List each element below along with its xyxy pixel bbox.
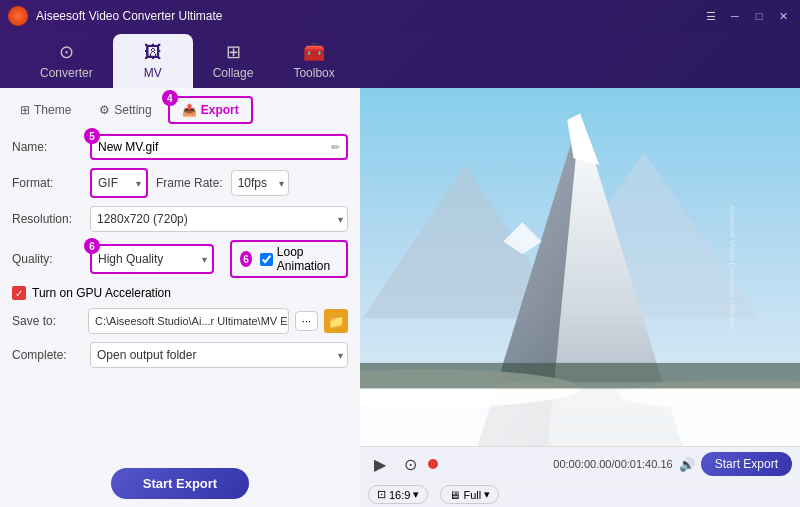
video-watermark: Aiseesoft Video Converter Ultimate — [727, 205, 736, 329]
step-5-badge: 5 — [84, 128, 100, 144]
save-path-display: C:\Aiseesoft Studio\Ai...r Ultimate\MV E… — [88, 308, 289, 334]
complete-label: Complete: — [12, 348, 82, 362]
save-row: Save to: C:\Aiseesoft Studio\Ai...r Ulti… — [12, 308, 348, 334]
mv-icon: 🖼 — [144, 42, 162, 63]
gear-icon: ⚙ — [99, 103, 110, 117]
start-export-button-right[interactable]: Start Export — [701, 452, 792, 476]
framerate-select[interactable]: 10fps 15fps 24fps — [231, 170, 289, 196]
theme-button[interactable]: ⊞ Theme — [8, 98, 83, 122]
format-row: Format: GIF MP4 MOV Frame Rate: 10fps 15… — [12, 168, 348, 198]
step-4-badge: 4 — [162, 90, 178, 106]
export-button[interactable]: 📤 Export — [168, 96, 253, 124]
minimize-icon[interactable]: ─ — [726, 7, 744, 25]
format-select[interactable]: GIF MP4 MOV — [92, 170, 146, 196]
resolution-select[interactable]: 1280x720 (720p) 1920x1080 (1080p) — [90, 206, 348, 232]
volume-icon[interactable]: 🔊 — [679, 457, 695, 472]
svg-rect-10 — [360, 363, 800, 389]
video-controls2: ⊡ 16:9 ▾ 🖥 Full ▾ — [360, 481, 800, 507]
maximize-icon[interactable]: □ — [750, 7, 768, 25]
framerate-label: Frame Rate: — [156, 176, 223, 190]
quality-select[interactable]: High Quality Medium Quality — [92, 246, 212, 272]
time-display: 00:00:00.00/00:01:40.16 — [444, 458, 673, 470]
window-controls: ☰ ─ □ ✕ — [702, 7, 792, 25]
aspect-ratio-arrow: ▾ — [413, 488, 419, 501]
step-6-badge-qual: 6 — [84, 238, 100, 254]
name-input-wrapper: ✏ — [90, 134, 348, 160]
aspect-ratio-icon: ⊡ — [377, 488, 386, 501]
format-label: Format: — [12, 176, 82, 190]
step-6-badge: 6 — [240, 251, 252, 267]
video-controls: ▶ ⊙ 00:00:00.00/00:01:40.16 🔊 Start Expo… — [360, 446, 800, 481]
collage-icon: ⊞ — [226, 41, 241, 63]
stop-button[interactable]: ⊙ — [398, 452, 422, 476]
tab-converter-label: Converter — [40, 66, 93, 80]
screen-mode-selector[interactable]: 🖥 Full ▾ — [440, 485, 499, 504]
tab-toolbox[interactable]: 🧰 Toolbox — [273, 33, 354, 88]
tab-collage-label: Collage — [213, 66, 254, 80]
browse-dots-button[interactable]: ··· — [295, 311, 318, 331]
save-label: Save to: — [12, 314, 82, 328]
gpu-label: Turn on GPU Acceleration — [32, 286, 171, 300]
complete-select[interactable]: Open output folder Do nothing — [90, 342, 348, 368]
app-title: Aiseesoft Video Converter Ultimate — [36, 9, 702, 23]
tab-mv-label: MV — [144, 66, 162, 80]
framerate-select-wrap: 10fps 15fps 24fps — [231, 170, 289, 196]
right-panel: Aiseesoft Video Converter Ultimate ▶ ⊙ 0… — [360, 88, 800, 507]
converter-icon: ⊙ — [59, 41, 74, 63]
resolution-select-wrap: 1280x720 (720p) 1920x1080 (1080p) — [90, 206, 348, 232]
name-row: Name: 5 ✏ — [12, 134, 348, 160]
record-indicator — [428, 459, 438, 469]
toolbox-icon: 🧰 — [303, 41, 325, 63]
export-icon: 📤 — [182, 103, 197, 117]
gpu-checkbox-icon: ✓ — [12, 286, 26, 300]
loop-animation-wrap: 6 Loop Animation — [230, 240, 348, 278]
close-icon[interactable]: ✕ — [774, 7, 792, 25]
top-navigation: ⊙ Converter 🖼 MV ⊞ Collage 🧰 Toolbox — [0, 32, 800, 88]
tab-converter[interactable]: ⊙ Converter — [20, 33, 113, 88]
export-form: Name: 5 ✏ Format: GIF MP4 MOV — [0, 124, 360, 460]
quality-select-border: High Quality Medium Quality — [90, 244, 214, 274]
app-logo — [8, 6, 28, 26]
setting-button[interactable]: ⚙ Setting — [87, 98, 163, 122]
format-select-wrap: GIF MP4 MOV — [90, 168, 148, 198]
edit-icon[interactable]: ✏ — [331, 141, 340, 154]
video-preview: Aiseesoft Video Converter Ultimate — [360, 88, 800, 446]
screen-icon: 🖥 — [449, 489, 460, 501]
name-label: Name: — [12, 140, 82, 154]
resolution-row: Resolution: 1280x720 (720p) 1920x1080 (1… — [12, 206, 348, 232]
quality-label: Quality: — [12, 252, 82, 266]
loop-label: Loop Animation — [277, 245, 338, 273]
complete-select-wrap: Open output folder Do nothing — [90, 342, 348, 368]
loop-checkbox[interactable] — [260, 253, 273, 266]
aspect-ratio-value: 16:9 — [389, 489, 410, 501]
menu-icon[interactable]: ☰ — [702, 7, 720, 25]
start-export-button-left[interactable]: Start Export — [111, 468, 249, 499]
main-content: ⊞ Theme ⚙ Setting 4 📤 Export Name: 5 — [0, 88, 800, 507]
gpu-row: ✓ Turn on GPU Acceleration — [12, 286, 348, 300]
quality-row: Quality: 6 High Quality Medium Quality 6… — [12, 240, 348, 278]
screen-mode-arrow: ▾ — [484, 488, 490, 501]
quality-select-wrap: 6 High Quality Medium Quality — [90, 244, 214, 274]
export-btn-wrap: 4 📤 Export — [168, 96, 253, 124]
tab-collage[interactable]: ⊞ Collage — [193, 33, 274, 88]
play-button[interactable]: ▶ — [368, 452, 392, 476]
save-folder-icon[interactable]: 📁 — [324, 309, 348, 333]
screen-mode-value: Full — [463, 489, 481, 501]
tab-mv[interactable]: 🖼 MV — [113, 34, 193, 88]
name-input[interactable] — [98, 140, 331, 154]
name-field-wrap: 5 ✏ — [90, 134, 348, 160]
complete-row: Complete: Open output folder Do nothing — [12, 342, 348, 368]
titlebar: Aiseesoft Video Converter Ultimate ☰ ─ □… — [0, 0, 800, 32]
left-panel: ⊞ Theme ⚙ Setting 4 📤 Export Name: 5 — [0, 88, 360, 507]
aspect-ratio-selector[interactable]: ⊡ 16:9 ▾ — [368, 485, 428, 504]
sub-navigation: ⊞ Theme ⚙ Setting 4 📤 Export — [0, 88, 360, 124]
grid-icon: ⊞ — [20, 103, 30, 117]
resolution-label: Resolution: — [12, 212, 82, 226]
tab-toolbox-label: Toolbox — [293, 66, 334, 80]
